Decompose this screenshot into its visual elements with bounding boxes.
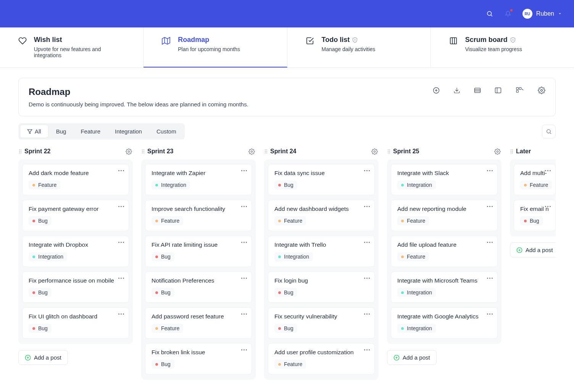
card-more-button[interactable] bbox=[544, 203, 551, 209]
column-header: Sprint 22 bbox=[18, 146, 133, 156]
add-post-button[interactable]: Add a post bbox=[510, 243, 556, 257]
card-more-button[interactable] bbox=[117, 239, 125, 245]
card-title: Fix UI glitch on dashboard bbox=[29, 313, 123, 320]
add-button[interactable] bbox=[432, 87, 440, 94]
card-more-button[interactable] bbox=[363, 167, 371, 174]
tag-bug: Bug bbox=[520, 216, 543, 225]
column-settings-button[interactable] bbox=[126, 148, 132, 155]
search-icon[interactable] bbox=[486, 10, 493, 18]
card[interactable]: Fix API rate limiting issueBug bbox=[145, 236, 252, 267]
card-more-button[interactable] bbox=[117, 275, 125, 281]
card[interactable]: Improve search functionalityFeature bbox=[145, 200, 252, 231]
card[interactable]: Add user profile customizationFeature bbox=[268, 343, 375, 374]
nav-tabs: Wish listUpvote for new features and int… bbox=[0, 27, 574, 68]
column-title: Later bbox=[511, 148, 531, 155]
card-more-button[interactable] bbox=[240, 311, 248, 317]
tag-feature: Feature bbox=[274, 360, 306, 369]
drag-handle-icon[interactable] bbox=[142, 149, 144, 153]
filter-bug[interactable]: Bug bbox=[49, 125, 73, 138]
download-button[interactable] bbox=[453, 87, 461, 94]
drag-handle-icon[interactable] bbox=[19, 149, 21, 153]
card[interactable]: Fix broken link issueBug bbox=[145, 343, 252, 374]
card[interactable]: Notification PreferencesBug bbox=[145, 272, 252, 303]
card-more-button[interactable] bbox=[240, 275, 248, 281]
card[interactable]: Integrate with Google AnalyticsIntegrati… bbox=[391, 307, 498, 339]
filter-feature[interactable]: Feature bbox=[74, 125, 107, 138]
tag-dot-icon bbox=[524, 184, 527, 186]
card[interactable]: Add file upload featureFeature bbox=[391, 236, 498, 267]
page-header: Roadmap Demo is continuously being impro… bbox=[18, 78, 556, 116]
tag-dot-icon bbox=[278, 363, 281, 366]
card-more-button[interactable] bbox=[240, 203, 248, 209]
card-more-button[interactable] bbox=[117, 167, 125, 174]
column-sprint-25: Sprint 25Integrate with SlackIntegration… bbox=[387, 146, 501, 380]
tag-dot-icon bbox=[155, 327, 158, 330]
card-more-button[interactable] bbox=[544, 167, 551, 174]
card-more-button[interactable] bbox=[486, 239, 493, 245]
column-sprint-23: Sprint 23Integrate with ZapierIntegratio… bbox=[141, 146, 256, 380]
card[interactable]: Add new reporting moduleFeature bbox=[391, 200, 498, 231]
card[interactable]: Fix login bugBug bbox=[268, 272, 375, 303]
card-more-button[interactable] bbox=[117, 203, 125, 209]
card-more-button[interactable] bbox=[486, 275, 493, 281]
user-menu[interactable]: RU Ruben bbox=[522, 9, 562, 19]
add-post-button[interactable]: Add a post bbox=[18, 350, 68, 365]
card-more-button[interactable] bbox=[486, 311, 493, 317]
card-more-button[interactable] bbox=[363, 203, 371, 209]
nav-tab-roadmap[interactable]: RoadmapPlan for upcoming months bbox=[144, 27, 287, 67]
card-title: Add new dashboard widgets bbox=[274, 206, 368, 212]
card[interactable]: Integrate with ZapierIntegration bbox=[145, 164, 252, 195]
card[interactable]: Fix security vulnerabilityBug bbox=[268, 307, 375, 339]
widget-button[interactable] bbox=[515, 87, 525, 94]
filter-integration[interactable]: Integration bbox=[108, 125, 149, 138]
card[interactable]: Add new dashboard widgetsFeature bbox=[268, 200, 375, 231]
card-more-button[interactable] bbox=[240, 239, 248, 245]
card-more-button[interactable] bbox=[486, 167, 493, 174]
card[interactable]: Integrate with DropboxIntegration bbox=[22, 236, 129, 267]
card-more-button[interactable] bbox=[363, 347, 371, 353]
drag-handle-icon[interactable] bbox=[511, 149, 513, 153]
nav-tab-todo-list[interactable]: Todo listManage daily activities bbox=[287, 27, 431, 67]
card[interactable]: Fix performance issue on mobileBug bbox=[22, 272, 129, 303]
nav-tab-scrum-board[interactable]: Scrum boardVisualize team progress bbox=[431, 27, 574, 67]
sidebar-view-button[interactable] bbox=[494, 87, 502, 94]
column-settings-button[interactable] bbox=[248, 148, 255, 155]
card[interactable]: Integrate with SlackIntegration bbox=[391, 164, 498, 195]
card[interactable]: Fix email nBug bbox=[514, 200, 556, 231]
filter-all[interactable]: All bbox=[20, 125, 48, 138]
bell-icon[interactable] bbox=[504, 10, 512, 18]
card[interactable]: Add dark mode featureFeature bbox=[22, 164, 129, 195]
column-settings-button[interactable] bbox=[371, 148, 378, 155]
tag-dot-icon bbox=[401, 291, 404, 294]
card[interactable]: Integrate with Microsoft TeamsIntegratio… bbox=[391, 272, 498, 303]
settings-button[interactable] bbox=[538, 87, 545, 94]
add-post-button[interactable]: Add a post bbox=[387, 350, 437, 365]
filter-custom[interactable]: Custom bbox=[150, 125, 183, 138]
card[interactable]: Fix data sync issueBug bbox=[268, 164, 375, 195]
card[interactable]: Add multi-Feature bbox=[514, 164, 556, 195]
card[interactable]: Add password reset featureFeature bbox=[145, 307, 252, 339]
drag-handle-icon[interactable] bbox=[265, 149, 267, 153]
drag-handle-icon[interactable] bbox=[388, 149, 390, 153]
card[interactable]: Fix UI glitch on dashboardBug bbox=[22, 307, 129, 339]
svg-line-1 bbox=[491, 15, 492, 16]
filter-row: AllBugFeatureIntegrationCustom bbox=[18, 123, 556, 140]
card-title: Add password reset feature bbox=[152, 313, 245, 320]
card-more-button[interactable] bbox=[240, 347, 248, 353]
card-more-button[interactable] bbox=[486, 203, 493, 209]
card[interactable]: Integrate with TrelloIntegration bbox=[268, 236, 375, 267]
list-view-button[interactable] bbox=[474, 87, 481, 94]
card-more-button[interactable] bbox=[117, 311, 125, 317]
nav-tab-wish-list[interactable]: Wish listUpvote for new features and int… bbox=[0, 27, 144, 67]
card-more-button[interactable] bbox=[240, 167, 248, 174]
svg-point-33 bbox=[374, 151, 375, 152]
card-more-button[interactable] bbox=[363, 239, 371, 245]
card-more-button[interactable] bbox=[363, 311, 371, 317]
card[interactable]: Fix payment gateway errorBug bbox=[22, 200, 129, 231]
card-more-button[interactable] bbox=[363, 275, 371, 281]
board-search-button[interactable] bbox=[542, 125, 556, 138]
column-sprint-24: Sprint 24Fix data sync issueBugAdd new d… bbox=[264, 146, 379, 380]
column-body: Fix data sync issueBugAdd new dashboard … bbox=[264, 159, 379, 380]
column-settings-button[interactable] bbox=[494, 148, 501, 155]
svg-point-28 bbox=[128, 151, 129, 152]
